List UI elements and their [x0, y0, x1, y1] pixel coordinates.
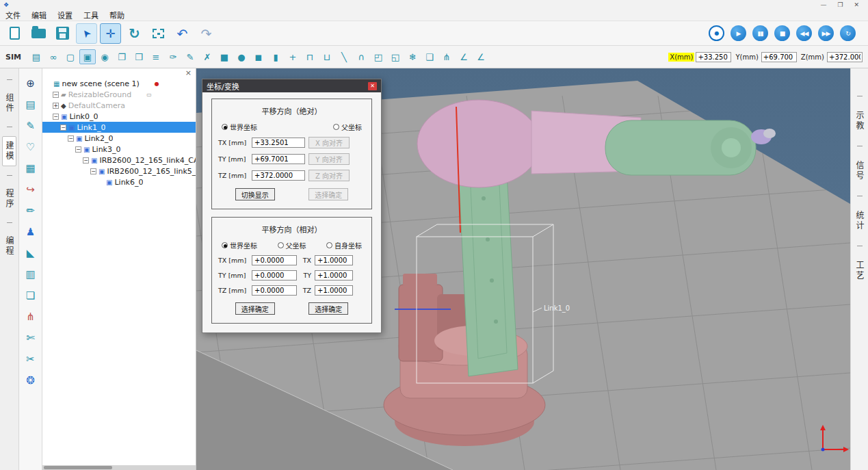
palette-icon[interactable]: ❏	[23, 287, 39, 304]
visibility-icon[interactable]: ◉	[96, 49, 113, 64]
record-button[interactable]: ●	[709, 25, 724, 41]
right-tab[interactable]: 统计	[853, 207, 866, 235]
tree-item[interactable]: − ▣ IRB2600_12_165_link4_CAD_01_0	[42, 155, 196, 166]
pan-icon[interactable]: ▤	[28, 49, 44, 64]
menu-item[interactable]: 设置	[52, 10, 78, 21]
absolute-confirm-button[interactable]: 选择确定	[308, 188, 348, 200]
undo-button[interactable]: ↶	[172, 23, 193, 44]
edit-icon[interactable]: ✏	[23, 203, 39, 219]
axis-step-input[interactable]	[315, 285, 353, 296]
tree-item[interactable]: − ▣ IRB2600_12_165_link5_CAD_02_	[42, 166, 196, 177]
radio-option[interactable]: 自身坐标	[326, 240, 362, 250]
radio-option[interactable]: 世界坐标	[222, 240, 257, 250]
axis-value-input[interactable]	[252, 138, 305, 148]
frame-corner-icon-2[interactable]: ◱	[387, 49, 404, 64]
circle-shape-icon[interactable]: ●	[233, 49, 250, 64]
measure-icon[interactable]: ⋔	[23, 309, 39, 325]
stop-button[interactable]: ■	[774, 25, 790, 41]
tree-expander-icon[interactable]: −	[75, 146, 81, 153]
radio-button[interactable]	[278, 242, 284, 248]
rotate-view-button[interactable]: ↻	[124, 23, 145, 44]
radio-button[interactable]	[222, 242, 228, 248]
axis-step-input[interactable]	[315, 255, 353, 265]
tree-item[interactable]: ▣ Link6_0	[42, 177, 196, 187]
radio-button[interactable]	[333, 124, 339, 130]
play-button[interactable]: ▶	[731, 25, 746, 41]
relative-confirm-left-button[interactable]: 选择确定	[235, 302, 275, 315]
minimize-button[interactable]: —	[820, 1, 826, 8]
axis-value-input[interactable]	[252, 255, 297, 265]
tree-item[interactable]: − ▰ ResizableGround ▭	[42, 89, 196, 100]
radio-button[interactable]	[222, 124, 228, 130]
tree-item[interactable]: + ◆ DefaultCamera	[42, 100, 196, 111]
chart-axis-icon-1[interactable]: ∠	[456, 49, 472, 64]
hook-icon[interactable]: ↪	[23, 181, 39, 198]
right-tab[interactable]: 信号	[853, 157, 866, 185]
radio-option[interactable]: 世界坐标	[222, 122, 257, 132]
add-shape-icon[interactable]: +	[285, 49, 301, 64]
clamp-down-icon[interactable]: ⊓	[302, 49, 318, 64]
globe-icon[interactable]: ❂	[23, 372, 39, 389]
redo-button[interactable]: ↷	[196, 23, 217, 44]
maximize-button[interactable]: ❐	[837, 1, 843, 8]
horizontal-scrollbar[interactable]	[42, 465, 196, 470]
new-file-button[interactable]	[4, 23, 25, 44]
menu-item[interactable]: 工具	[78, 10, 104, 21]
axis-value-input[interactable]	[252, 154, 305, 164]
radio-option[interactable]: 父坐标	[333, 122, 362, 132]
duplicate-icon[interactable]: ❑	[421, 49, 438, 64]
tree-close-icon[interactable]: ×	[185, 69, 192, 77]
tree-expander-icon[interactable]: −	[53, 114, 59, 120]
ruler-icon[interactable]: ◣	[23, 245, 39, 261]
tree-item[interactable]: − ▣ Link1_0	[42, 122, 196, 133]
tree-item[interactable]: − ▣ Link3_0	[42, 144, 196, 155]
relative-confirm-right-button[interactable]: 选择确定	[308, 302, 348, 315]
dialog-close-button[interactable]: ✕	[368, 82, 377, 90]
brush-icon[interactable]: ✎	[23, 118, 39, 134]
paste-icon[interactable]: ❒	[131, 49, 147, 64]
rewind-button[interactable]: ◀◀	[796, 25, 812, 41]
coordinate-input[interactable]	[827, 52, 863, 62]
axis-step-input[interactable]	[315, 270, 353, 280]
cylinder-shape-icon[interactable]: ▮	[267, 49, 284, 64]
tree-item[interactable]: − ▣ Link0_0	[42, 111, 196, 122]
pause-button[interactable]: ▮▮	[752, 25, 768, 41]
axis-value-input[interactable]	[252, 270, 297, 280]
toggle-display-button[interactable]: 切换显示	[235, 188, 275, 200]
snowflake-icon[interactable]: ❄	[404, 49, 421, 64]
left-tab[interactable]: 建模	[2, 136, 16, 166]
robot-icon[interactable]: ♟	[23, 224, 39, 240]
save-button[interactable]	[52, 23, 73, 44]
menu-item[interactable]: 编辑	[26, 10, 52, 21]
menu-item[interactable]: 文件	[0, 10, 26, 21]
left-tab[interactable]: 组件	[3, 89, 16, 118]
move-tool-button[interactable]: ✛	[100, 23, 121, 44]
align-button[interactable]: X 向对齐	[308, 137, 350, 148]
open-file-button[interactable]	[28, 23, 49, 44]
view-cube-icon[interactable]: ▢	[62, 49, 79, 64]
menu-item[interactable]: 帮助	[104, 10, 130, 21]
close-button[interactable]: ✕	[854, 1, 859, 8]
zoom-icon[interactable]: ⊕	[23, 75, 39, 92]
right-tab[interactable]: 示教	[853, 107, 866, 135]
tree-item[interactable]: − ▣ Link2_0	[42, 133, 196, 144]
replay-button[interactable]: ↻	[840, 25, 856, 41]
copy-icon[interactable]: ❐	[114, 49, 130, 64]
radio-button[interactable]	[326, 242, 332, 248]
tools-icon[interactable]: ✂	[23, 351, 39, 367]
panel-icon[interactable]: ▦	[23, 160, 39, 177]
tree-expander-icon[interactable]: −	[83, 157, 89, 164]
square-shape-icon[interactable]: ■	[216, 49, 233, 64]
tree-expander-icon[interactable]: +	[53, 103, 59, 109]
axis-value-input[interactable]	[252, 170, 305, 181]
brush-icon[interactable]: ✑	[165, 49, 181, 64]
align-button[interactable]: Y 向对齐	[308, 153, 350, 165]
list-icon[interactable]: ▤	[23, 96, 39, 113]
coordinate-input[interactable]	[696, 52, 731, 62]
coordinate-input[interactable]	[761, 52, 797, 62]
frame-corner-icon-1[interactable]: ◰	[370, 49, 386, 64]
chart-icon[interactable]: ▥	[23, 266, 39, 283]
radio-option[interactable]: 父坐标	[278, 240, 306, 250]
line-draw-icon[interactable]: ╲	[336, 49, 352, 64]
hierarchy-icon[interactable]: ⋔	[438, 49, 455, 64]
